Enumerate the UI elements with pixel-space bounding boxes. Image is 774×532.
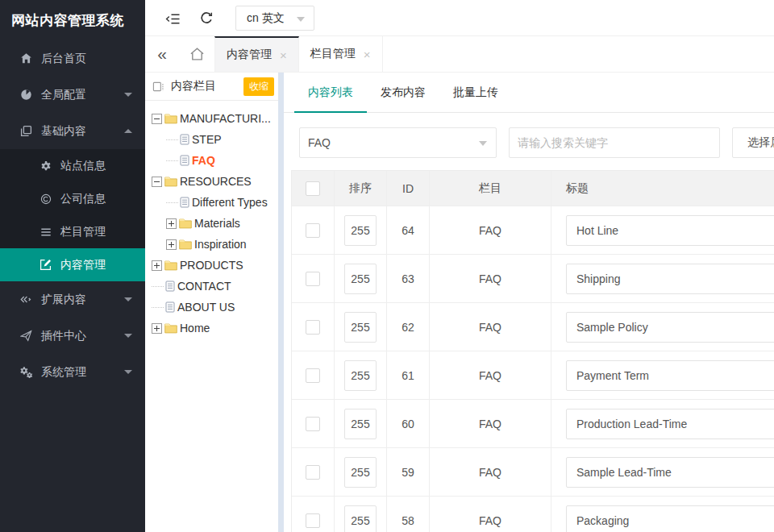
title-input[interactable]	[566, 360, 774, 391]
sidebar-item-global-config[interactable]: 全局配置	[0, 77, 145, 113]
sidebar-menu: 后台首页全局配置基础内容站点信息公司信息栏目管理内容管理扩展内容插件中心系统管理	[0, 40, 145, 390]
tree-node[interactable]: STEP	[152, 129, 284, 150]
tree-node-label: Inspiration	[194, 238, 247, 251]
content-column-tree-panel: 内容栏目 收缩 MANUFACTURI...STEPFAQRESOURCESDi…	[145, 73, 284, 532]
row-checkbox[interactable]	[306, 465, 320, 480]
title-input[interactable]	[566, 457, 774, 488]
title-input[interactable]	[566, 264, 774, 294]
table-row: 60FAQ	[292, 400, 774, 448]
collapse-icon[interactable]	[152, 177, 162, 187]
sort-input[interactable]	[344, 360, 377, 391]
tree-node[interactable]: Home	[152, 318, 284, 339]
tree-connector	[152, 307, 164, 308]
sidebar-item-plugin-center[interactable]: 插件中心	[0, 318, 145, 354]
tree-node[interactable]: Materials	[152, 213, 284, 234]
home-icon	[19, 52, 33, 65]
row-column: FAQ	[430, 303, 551, 351]
sidebar-item-site-info[interactable]: 站点信息	[0, 149, 145, 182]
gear-icon	[39, 159, 52, 172]
collapse-tree-button[interactable]: 收缩	[243, 77, 274, 96]
search-input[interactable]	[509, 127, 720, 158]
row-checkbox[interactable]	[306, 320, 320, 335]
table-header-row: 排序 ID 栏目 标题	[292, 171, 774, 206]
sort-input[interactable]	[344, 312, 377, 343]
sidebar-item-content-manage[interactable]: 内容管理	[0, 248, 145, 281]
window-tab-bar: « 内容管理 × 栏目管理 ×	[145, 36, 774, 73]
row-id: 60	[387, 400, 430, 447]
tree-node[interactable]: MANUFACTURI...	[152, 108, 284, 129]
tree-node[interactable]: PRODUCTS	[152, 255, 284, 276]
expand-icon[interactable]	[166, 239, 177, 250]
select-attribute-button[interactable]: 选择属性	[732, 127, 774, 158]
tree-node[interactable]: Different Types	[152, 192, 284, 213]
header-id: ID	[387, 171, 430, 206]
expand-icon[interactable]	[152, 260, 162, 271]
table-row: 63FAQ	[292, 255, 774, 303]
collapse-icon[interactable]	[152, 114, 162, 124]
row-column: FAQ	[430, 400, 551, 447]
list-icon	[39, 225, 52, 239]
folder-icon	[164, 177, 177, 187]
home-outline-icon	[189, 47, 205, 61]
sidebar-item-company-info[interactable]: 公司信息	[0, 182, 145, 215]
tree-node[interactable]: Inspiration	[152, 234, 284, 255]
row-checkbox[interactable]	[306, 368, 320, 383]
row-column: FAQ	[430, 255, 551, 302]
expand-icon[interactable]	[152, 323, 162, 334]
sidebar-item-system-manage[interactable]: 系统管理	[0, 354, 145, 390]
title-input[interactable]	[566, 312, 774, 343]
tree-node[interactable]: ABOUT US	[152, 297, 284, 318]
sort-input[interactable]	[344, 457, 377, 488]
home-tab-button[interactable]	[179, 36, 214, 72]
window-tab-column-manage[interactable]: 栏目管理 ×	[299, 36, 383, 72]
title-input[interactable]	[566, 409, 774, 439]
sidebar-item-home-page[interactable]: 后台首页	[0, 40, 145, 77]
select-all-checkbox[interactable]	[306, 181, 320, 196]
tree-node-label: MANUFACTURI...	[180, 112, 271, 125]
table-body: 64FAQ63FAQ62FAQ61FAQ60FAQ59FAQ58FAQ	[292, 206, 774, 532]
title-input[interactable]	[566, 215, 774, 246]
tree-panel-header: 内容栏目 收缩	[145, 73, 284, 101]
row-checkbox[interactable]	[306, 417, 320, 431]
close-icon[interactable]: ×	[364, 48, 371, 60]
tree-scrollbar[interactable]	[278, 73, 284, 532]
category-select[interactable]: FAQ	[299, 127, 497, 158]
file-icon	[165, 301, 175, 313]
sort-input[interactable]	[344, 409, 377, 439]
tab-publish-content[interactable]: 发布内容	[367, 73, 439, 112]
expand-icon[interactable]	[166, 218, 177, 229]
sort-input[interactable]	[344, 264, 377, 294]
tab-batch-upload[interactable]: 批量上传	[439, 73, 512, 112]
row-checkbox[interactable]	[306, 272, 320, 286]
chevron-down-icon	[124, 93, 132, 97]
sidebar-item-base-content[interactable]: 基础内容	[0, 113, 145, 149]
folder-icon	[164, 323, 177, 334]
sidebar-item-column-manage[interactable]: 栏目管理	[0, 215, 145, 248]
sidebar-item-label: 内容管理	[60, 258, 106, 272]
content-column-tree: MANUFACTURI...STEPFAQRESOURCESDifferent …	[145, 101, 284, 339]
close-icon[interactable]: ×	[280, 49, 287, 61]
tab-content-list[interactable]: 内容列表	[294, 73, 367, 112]
title-input[interactable]	[566, 505, 774, 532]
tree-node[interactable]: CONTACT	[152, 276, 284, 297]
tree-node[interactable]: RESOURCES	[152, 171, 284, 192]
sort-input[interactable]	[344, 505, 377, 532]
row-checkbox[interactable]	[306, 513, 320, 528]
tree-node-label: CONTACT	[177, 280, 231, 293]
sidebar-item-extend-content[interactable]: 扩展内容	[0, 281, 145, 318]
row-checkbox[interactable]	[306, 223, 320, 238]
language-select[interactable]: cn 英文	[235, 6, 314, 31]
row-id: 59	[387, 448, 430, 496]
folder-icon	[179, 239, 192, 250]
menu-fold-icon[interactable]	[164, 10, 181, 27]
sort-input[interactable]	[344, 215, 377, 246]
tree-node-label: ABOUT US	[177, 301, 235, 314]
collapse-tabs-button[interactable]: «	[145, 36, 179, 72]
tree-node[interactable]: FAQ	[152, 150, 284, 171]
header-title: 标题	[551, 171, 774, 206]
folder-icon	[164, 260, 177, 271]
refresh-icon[interactable]	[198, 10, 214, 27]
app-logo: 网站内容管理系统	[0, 0, 145, 40]
window-tab-content-manage[interactable]: 内容管理 ×	[214, 36, 299, 72]
table-row: 58FAQ	[292, 497, 774, 532]
